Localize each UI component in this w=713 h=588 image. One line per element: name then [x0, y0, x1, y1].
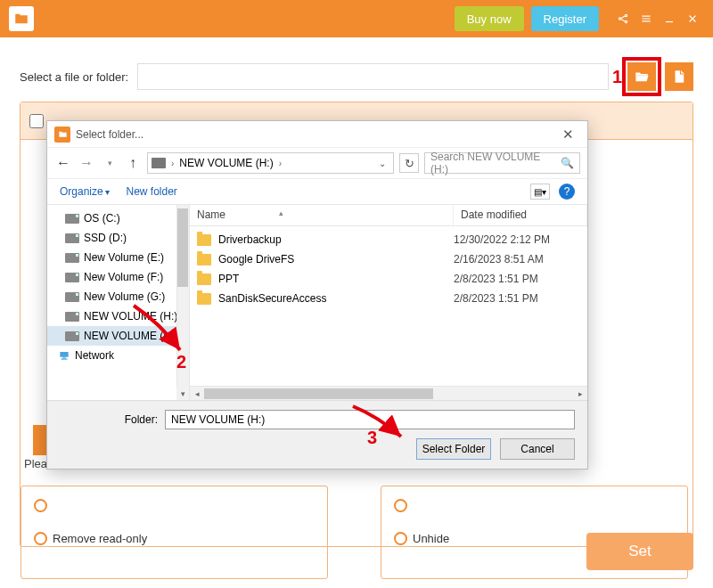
marker-2: 2: [176, 352, 186, 372]
file-date: 2/16/2023 8:51 AM: [454, 253, 587, 265]
browse-file-button[interactable]: [665, 62, 693, 91]
file-name: Google DriveFS: [218, 253, 454, 265]
radio[interactable]: [394, 532, 407, 545]
file-row[interactable]: PPT2/8/2023 1:51 PM: [190, 269, 587, 289]
file-name: SanDiskSecureAccess: [218, 292, 454, 305]
minimize-icon[interactable]: [658, 0, 681, 37]
tree-item[interactable]: New Volume (G:): [47, 287, 189, 306]
nav-up-icon[interactable]: ↑: [124, 154, 142, 172]
cancel-button[interactable]: Cancel: [500, 438, 575, 460]
chevron-right-icon: ›: [279, 159, 282, 168]
search-placeholder: Search NEW VOLUME (H:): [430, 151, 561, 176]
dialog-nav: ← → ▾ ↑ › NEW VOLUME (H:) › ⌄ ↻ Search N…: [47, 148, 587, 178]
marker-3: 3: [367, 428, 377, 448]
tree-label: New Volume (G:): [84, 290, 165, 303]
svg-point-4: [625, 20, 627, 22]
chevron-down-icon[interactable]: ⌄: [379, 159, 389, 168]
breadcrumb[interactable]: › NEW VOLUME (H:) › ⌄: [147, 152, 394, 174]
tree-label: New Volume (F:): [84, 271, 163, 283]
tree-item[interactable]: Network: [47, 346, 189, 365]
file-row[interactable]: SanDiskSecureAccess2/8/2023 1:51 PM: [190, 289, 587, 308]
radio[interactable]: [34, 532, 47, 545]
radio[interactable]: [34, 499, 47, 512]
file-icon: [671, 69, 687, 85]
dialog-logo: [54, 127, 70, 143]
radio[interactable]: [394, 499, 407, 512]
dialog-titlebar: Select folder... ✕: [47, 121, 587, 148]
select-folder-dialog: Select folder... ✕ ← → ▾ ↑ › NEW VOLUME …: [46, 120, 588, 470]
drive-icon: [65, 253, 79, 263]
breadcrumb-text: NEW VOLUME (H:): [179, 157, 273, 169]
folder-icon: [197, 293, 211, 305]
folder-icon: [197, 254, 211, 265]
svg-rect-7: [61, 359, 68, 360]
dialog-close-icon[interactable]: ✕: [555, 122, 580, 147]
svg-point-3: [625, 14, 627, 16]
file-row[interactable]: Driverbackup12/30/2022 2:12 PM: [190, 230, 587, 249]
file-name: Driverbackup: [218, 233, 454, 246]
drive-icon: [65, 233, 79, 243]
tree-item[interactable]: New Volume (E:): [47, 248, 189, 267]
folder-label: Folder:: [60, 413, 158, 426]
horizontal-scrollbar[interactable]: ◂ ▸: [190, 386, 587, 400]
organize-menu[interactable]: Organize: [60, 185, 110, 198]
help-icon[interactable]: ?: [559, 184, 575, 200]
option-label: Remove read-only: [53, 532, 147, 545]
nav-recent-icon[interactable]: ▾: [101, 154, 119, 172]
file-list-header[interactable]: Name▴ Date modified: [190, 205, 587, 226]
search-input[interactable]: Search NEW VOLUME (H:) 🔍: [424, 152, 580, 174]
titlebar: Buy now Register: [0, 0, 713, 37]
col-name[interactable]: Name: [197, 208, 225, 222]
scroll-down-icon[interactable]: ▾: [176, 388, 189, 400]
scroll-right-icon[interactable]: ▸: [573, 387, 587, 401]
register-button[interactable]: Register: [531, 6, 599, 31]
tree-label: Network: [75, 349, 114, 362]
svg-point-2: [619, 18, 620, 20]
drive-icon: [65, 312, 79, 322]
scroll-left-icon[interactable]: ◂: [190, 387, 204, 401]
buy-now-button[interactable]: Buy now: [455, 6, 524, 31]
menu-icon[interactable]: [635, 0, 658, 37]
file-name: PPT: [218, 273, 454, 285]
drive-icon: [65, 292, 79, 302]
folder-input[interactable]: [165, 410, 575, 429]
file-row[interactable]: Google DriveFS2/16/2023 8:51 AM: [190, 249, 587, 269]
path-input[interactable]: [137, 63, 609, 90]
folder-open-icon: [634, 69, 650, 85]
drive-icon: [65, 331, 79, 341]
tree-item[interactable]: OS (C:): [47, 208, 189, 228]
tree-item[interactable]: New Volume (F:): [47, 267, 189, 287]
close-icon[interactable]: [681, 0, 704, 37]
svg-rect-5: [60, 352, 68, 357]
col-date[interactable]: Date modified: [454, 205, 587, 225]
nav-back-icon[interactable]: ←: [54, 154, 72, 172]
select-all-checkbox[interactable]: [29, 114, 44, 128]
new-folder-button[interactable]: New folder: [126, 185, 176, 198]
option-label: Unhide: [413, 532, 449, 545]
set-button[interactable]: Set: [586, 533, 693, 570]
network-icon: [58, 349, 70, 362]
file-date: 2/8/2023 1:51 PM: [454, 292, 587, 305]
nav-forward-icon: →: [78, 154, 95, 172]
search-icon: 🔍: [561, 157, 574, 169]
tree-item[interactable]: SSD (D:): [47, 228, 189, 248]
dialog-title: Select folder...: [76, 128, 143, 141]
browse-folder-button[interactable]: [627, 62, 656, 91]
drive-icon: [152, 158, 166, 168]
share-icon[interactable]: [611, 0, 635, 37]
file-rows[interactable]: Driverbackup12/30/2022 2:12 PM Google Dr…: [190, 226, 587, 386]
folder-tree[interactable]: OS (C:) SSD (D:) New Volume (E:) New Vol…: [47, 205, 190, 400]
refresh-icon[interactable]: ↻: [399, 153, 419, 173]
tree-item[interactable]: NEW VOLUME (H:): [47, 306, 189, 326]
tree-label: OS (C:): [84, 212, 120, 225]
view-options-icon[interactable]: ▤▾: [530, 184, 550, 200]
tree-label: NEW VOLUME (H:): [84, 330, 177, 342]
tree-label: SSD (D:): [84, 232, 127, 244]
tree-item-selected[interactable]: NEW VOLUME (H:): [47, 326, 189, 346]
folder-icon: [197, 234, 211, 246]
file-date: 12/30/2022 2:12 PM: [454, 233, 587, 246]
tree-label: NEW VOLUME (H:): [84, 310, 177, 323]
select-label: Select a file or folder:: [20, 70, 128, 84]
select-folder-button[interactable]: Select Folder: [416, 438, 491, 460]
tree-label: New Volume (E:): [84, 251, 164, 264]
